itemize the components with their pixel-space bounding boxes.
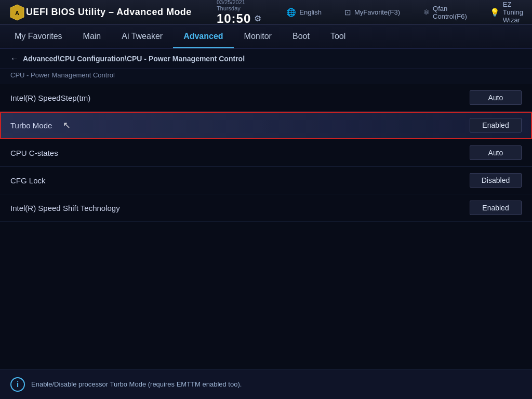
settings-list: Intel(R) SpeedStep(tm) Auto Turbo Mode ↖… — [0, 84, 532, 222]
speed-shift-label: Intel(R) Speed Shift Technology — [10, 204, 120, 212]
speedstep-value[interactable]: Auto — [470, 90, 522, 105]
svg-text:A: A — [15, 10, 19, 16]
header-bar: A UEFI BIOS Utility – Advanced Mode 03/2… — [0, 0, 532, 25]
ez-tuning-button[interactable]: 💡 EZ Tuning Wizar — [486, 0, 527, 26]
setting-row-speedstep[interactable]: Intel(R) SpeedStep(tm) Auto — [0, 84, 532, 112]
tab-boot[interactable]: Boot — [282, 25, 320, 47]
turbo-mode-value[interactable]: Enabled — [470, 118, 522, 132]
info-icon: i — [10, 377, 25, 392]
page-subtitle: CPU - Power Management Control — [0, 69, 532, 84]
tab-monitor[interactable]: Monitor — [234, 25, 282, 47]
mouse-cursor-icon: ↖ — [63, 119, 71, 131]
main-content: Intel(R) SpeedStep(tm) Auto Turbo Mode ↖… — [0, 84, 532, 369]
time-block: 10:50 ⚙ — [217, 11, 261, 26]
fan-icon: ⚛ — [423, 8, 430, 17]
cpu-cstates-value[interactable]: Auto — [470, 145, 522, 160]
tab-main[interactable]: Main — [73, 25, 112, 47]
tab-tool[interactable]: Tool — [320, 25, 356, 47]
asus-logo: A — [8, 3, 26, 22]
qfan-label: Qfan Control(F6) — [433, 5, 467, 20]
breadcrumb-bar: ← Advanced\CPU Configuration\CPU - Power… — [0, 49, 532, 69]
myfavorite-icon: ⊡ — [344, 8, 351, 17]
date-display: 03/25/2021 Thursday — [217, 0, 261, 11]
tab-advanced[interactable]: Advanced — [173, 25, 233, 47]
language-selector[interactable]: 🌐 English — [282, 6, 326, 19]
tab-ai-tweaker[interactable]: Ai Tweaker — [111, 25, 173, 47]
myfavorite-label: MyFavorite(F3) — [354, 8, 400, 16]
nav-tabs: My Favorites Main Ai Tweaker Advanced Mo… — [0, 25, 532, 49]
myfavorite-button[interactable]: ⊡ MyFavorite(F3) — [340, 6, 404, 19]
cfg-lock-value[interactable]: Disabled — [470, 173, 522, 188]
status-bar: i Enable/Disable processor Turbo Mode (r… — [0, 369, 532, 399]
language-label: English — [299, 8, 322, 16]
lightbulb-icon: 💡 — [490, 8, 500, 17]
header-title: UEFI BIOS Utility – Advanced Mode — [26, 7, 192, 18]
breadcrumb-path: Advanced\CPU Configuration\CPU - Power M… — [23, 55, 245, 63]
qfan-button[interactable]: ⚛ Qfan Control(F6) — [419, 3, 471, 22]
datetime-block: 03/25/2021 Thursday 10:50 ⚙ — [217, 0, 261, 26]
settings-gear-icon[interactable]: ⚙ — [254, 14, 261, 23]
cfg-lock-label: CFG Lock — [10, 176, 46, 185]
setting-row-speed-shift[interactable]: Intel(R) Speed Shift Technology Enabled — [0, 194, 532, 222]
setting-row-cfg-lock[interactable]: CFG Lock Disabled — [0, 167, 532, 194]
setting-row-turbo-mode[interactable]: Turbo Mode ↖ Enabled — [0, 112, 532, 139]
status-text: Enable/Disable processor Turbo Mode (req… — [31, 380, 242, 388]
tab-my-favorites[interactable]: My Favorites — [4, 25, 73, 47]
turbo-mode-label: Turbo Mode ↖ — [10, 119, 71, 131]
speed-shift-value[interactable]: Enabled — [470, 201, 522, 215]
globe-icon: 🌐 — [286, 8, 296, 17]
ez-tuning-label: EZ Tuning Wizar — [503, 1, 523, 24]
time-display: 10:50 — [217, 11, 251, 26]
setting-row-cpu-cstates[interactable]: CPU C-states Auto — [0, 139, 532, 167]
back-arrow-icon[interactable]: ← — [10, 54, 19, 63]
cpu-cstates-label: CPU C-states — [10, 149, 58, 157]
bios-window: A UEFI BIOS Utility – Advanced Mode 03/2… — [0, 0, 532, 399]
speedstep-label: Intel(R) SpeedStep(tm) — [10, 94, 90, 102]
